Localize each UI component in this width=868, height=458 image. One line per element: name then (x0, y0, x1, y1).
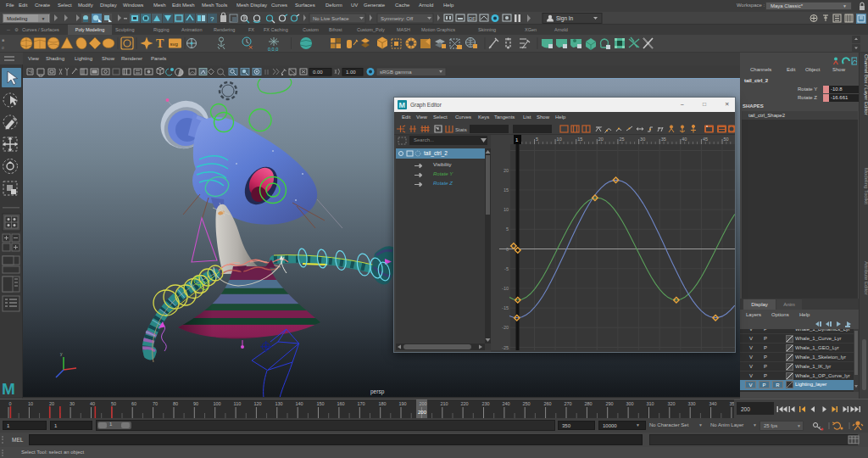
svg-text:35: 35 (661, 137, 666, 142)
svg-text:260: 260 (543, 401, 551, 406)
svg-text:-15: -15 (502, 305, 509, 310)
svg-text:180: 180 (378, 401, 386, 406)
svg-text:10: 10 (557, 137, 562, 142)
svg-text:200: 200 (418, 410, 427, 415)
svg-text:0: 0 (8, 401, 11, 406)
svg-text:-5: -5 (504, 266, 509, 271)
svg-text:Stats: Stats (455, 127, 467, 132)
svg-text:330: 330 (687, 401, 695, 406)
svg-text:50: 50 (724, 137, 729, 142)
svg-text:280: 280 (584, 401, 592, 406)
svg-text:320: 320 (667, 401, 675, 406)
svg-text:M: M (399, 101, 406, 109)
svg-text:190: 190 (398, 401, 406, 406)
svg-text:-20: -20 (502, 325, 509, 330)
svg-text:25: 25 (619, 137, 624, 142)
svg-text:0,0,0: 0,0,0 (268, 47, 278, 52)
svg-text:15: 15 (577, 137, 582, 142)
svg-text:200: 200 (419, 401, 426, 406)
svg-text:DF: DF (469, 16, 476, 21)
svg-text:10: 10 (28, 401, 33, 406)
svg-text:y: y (60, 351, 63, 356)
svg-text:20: 20 (598, 137, 604, 142)
svg-text:340: 340 (709, 401, 716, 406)
svg-text:80: 80 (173, 401, 178, 406)
svg-text:120: 120 (253, 401, 261, 406)
svg-text:45: 45 (703, 137, 708, 142)
svg-text:130: 130 (275, 401, 282, 406)
svg-text:240: 240 (502, 401, 509, 406)
svg-text:?: ? (210, 15, 214, 23)
svg-text:140: 140 (295, 401, 303, 406)
svg-text:290: 290 (605, 401, 613, 406)
svg-text:-25: -25 (502, 345, 509, 350)
svg-text:200: 200 (741, 406, 750, 412)
svg-text:210: 210 (440, 401, 448, 406)
svg-text:250: 250 (522, 401, 530, 406)
svg-text:Symmetry: Off: Symmetry: Off (381, 16, 414, 21)
svg-text:40: 40 (90, 401, 95, 406)
svg-text:20: 20 (504, 168, 509, 173)
svg-text:T: T (156, 37, 164, 50)
svg-text:o: o (2, 45, 4, 50)
svg-text:300: 300 (626, 401, 633, 406)
svg-text:5: 5 (506, 226, 509, 232)
svg-text:0: 0 (506, 247, 509, 252)
svg-text:5: 5 (536, 137, 538, 142)
svg-text:160: 160 (337, 401, 344, 406)
svg-text:15: 15 (504, 187, 509, 193)
svg-text:270: 270 (564, 401, 571, 406)
svg-text:60: 60 (131, 401, 136, 406)
svg-text:30: 30 (70, 401, 75, 406)
svg-text:100: 100 (213, 401, 220, 406)
svg-text:40: 40 (682, 137, 687, 142)
svg-text:70: 70 (153, 401, 158, 406)
svg-text:1.00: 1.00 (346, 70, 356, 75)
svg-text:20: 20 (49, 401, 54, 406)
svg-text:110: 110 (234, 401, 242, 406)
svg-text:sRGB gamma: sRGB gamma (380, 70, 412, 75)
svg-text:-10: -10 (502, 286, 509, 291)
svg-text:0.00: 0.00 (313, 70, 323, 75)
svg-text:svg: svg (170, 42, 178, 47)
svg-text:310: 310 (646, 401, 654, 406)
svg-text:220: 220 (460, 401, 468, 406)
svg-text:■: ■ (2, 37, 4, 42)
svg-text:50: 50 (111, 401, 116, 406)
svg-text:230: 230 (481, 401, 489, 406)
svg-text:persp: persp (370, 388, 385, 395)
svg-text:M: M (2, 380, 15, 398)
svg-text:170: 170 (357, 401, 364, 406)
svg-text:No Live Surface: No Live Surface (313, 16, 349, 21)
svg-text:Sign In: Sign In (556, 15, 574, 22)
svg-text:30: 30 (640, 137, 645, 142)
svg-text:150: 150 (316, 401, 324, 406)
svg-text:10: 10 (504, 207, 509, 212)
svg-text:90: 90 (193, 401, 198, 406)
